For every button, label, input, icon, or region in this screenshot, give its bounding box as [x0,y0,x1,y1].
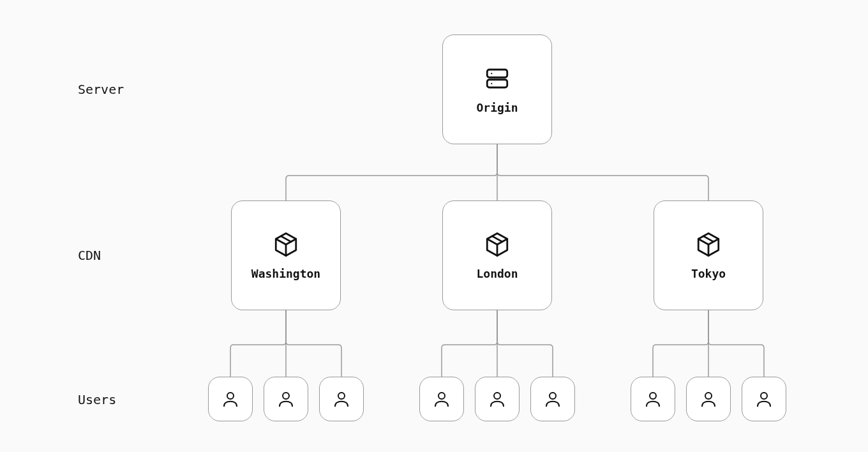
user-node [264,377,308,421]
svg-point-12 [761,393,767,399]
cdn-node-washington: Washington [231,200,341,310]
cdn-label: Washington [251,267,320,280]
user-node [742,377,786,421]
cdn-node-london: London [442,200,552,310]
svg-rect-0 [487,70,507,77]
origin-label: Origin [476,101,518,114]
user-node [530,377,575,421]
svg-point-4 [227,393,234,399]
user-node [475,377,520,421]
package-icon [484,231,511,258]
user-node [319,377,364,421]
svg-point-7 [438,393,445,399]
user-node [208,377,253,421]
user-icon [643,389,662,409]
package-icon [695,231,722,258]
user-node [686,377,731,421]
svg-point-2 [491,73,492,74]
cdn-node-tokyo: Tokyo [654,200,763,310]
row-label-cdn: CDN [78,248,101,263]
user-icon [754,389,774,409]
svg-point-11 [705,393,712,399]
svg-point-9 [550,393,556,399]
origin-node: Origin [442,34,552,144]
user-icon [699,389,718,409]
user-icon [332,389,351,409]
user-icon [488,389,507,409]
user-icon [276,389,296,409]
cdn-label: Tokyo [691,267,726,280]
row-label-users: Users [78,392,116,407]
svg-point-6 [338,393,345,399]
package-icon [273,231,299,258]
svg-point-8 [494,393,500,399]
server-icon [484,65,511,92]
svg-point-10 [650,393,656,399]
user-icon [432,389,451,409]
svg-rect-1 [487,79,507,87]
cdn-label: London [476,267,518,280]
user-node [631,377,675,421]
user-icon [543,389,562,409]
user-icon [221,389,240,409]
svg-point-5 [283,393,289,399]
svg-point-3 [491,82,492,84]
user-node [419,377,464,421]
row-label-server: Server [78,82,124,97]
